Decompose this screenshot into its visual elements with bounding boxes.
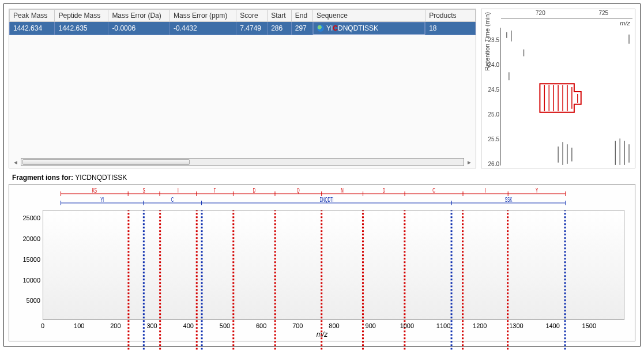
cell-score: 7.4749 bbox=[236, 22, 268, 35]
svg-text:C: C bbox=[171, 196, 174, 203]
fragment-plotarea[interactable] bbox=[43, 210, 624, 320]
svg-text:T: T bbox=[214, 187, 216, 194]
cell-peptide-mass: 1442.635 bbox=[55, 22, 108, 35]
cell-end: 297 bbox=[291, 22, 312, 35]
cell-sequence: YICDNQDTISSK bbox=[313, 22, 425, 35]
fragment-xtick: 700 bbox=[292, 322, 303, 329]
fragment-xtick: 100 bbox=[74, 322, 84, 329]
svg-text:KS: KS bbox=[92, 187, 97, 194]
cell-mass-error-da: -0.0006 bbox=[108, 22, 170, 35]
scrollbar-thumb[interactable] bbox=[22, 159, 190, 165]
heatmap-ytick: 26.0 bbox=[488, 160, 499, 167]
svg-text:Q: Q bbox=[297, 187, 300, 194]
svg-text:YI: YI bbox=[100, 196, 104, 203]
table-header-row: Peak Mass Peptide Mass Mass Error (Da) M… bbox=[10, 10, 476, 22]
sequence-rest: DNQDTISSK bbox=[338, 24, 378, 32]
svg-text:N: N bbox=[341, 187, 344, 194]
fragment-xtick: 1400 bbox=[545, 322, 559, 329]
col-start[interactable]: Start bbox=[268, 10, 292, 22]
heatmap-ytick: 25.5 bbox=[488, 136, 499, 142]
fragment-xtick: 1100 bbox=[436, 322, 450, 329]
fragment-xtick: 200 bbox=[110, 322, 120, 329]
fragment-title: Fragment ions for: YICDNQDTISSK bbox=[12, 174, 127, 182]
fragment-xtick: 1200 bbox=[473, 322, 487, 329]
cell-start: 286 bbox=[268, 22, 292, 35]
cell-products: 18 bbox=[425, 22, 476, 35]
col-end[interactable]: End bbox=[291, 10, 312, 22]
fragment-xtick: 400 bbox=[183, 322, 194, 329]
sequence-mod-residue: C bbox=[333, 24, 338, 32]
fragment-ytick: 20000 bbox=[18, 235, 40, 242]
scrollbar-track[interactable] bbox=[21, 158, 464, 166]
heatmap-xlabel: m/z bbox=[620, 20, 630, 27]
table-row[interactable]: 1442.634 1442.635 -0.0006 -0.4432 7.4749… bbox=[10, 22, 476, 35]
svg-text:D: D bbox=[253, 187, 255, 194]
heatmap-xtick: 720 bbox=[536, 10, 545, 16]
fragment-title-sequence: YICDNQDTISSK bbox=[75, 174, 127, 182]
svg-text:D: D bbox=[383, 187, 386, 194]
fragment-xtick: 1300 bbox=[509, 322, 523, 329]
fragment-xtick: 500 bbox=[220, 322, 230, 329]
heatmap-svg bbox=[501, 28, 632, 165]
col-sequence[interactable]: Sequence bbox=[313, 10, 425, 22]
heatmap-xaxis: 720 725 bbox=[501, 9, 632, 18]
fragment-ytick: 5000 bbox=[18, 297, 40, 304]
fragment-xtick: 1000 bbox=[400, 322, 414, 329]
svg-text:I: I bbox=[178, 187, 179, 194]
fragment-title-prefix: Fragment ions for: bbox=[12, 174, 75, 182]
heatmap-xtick: 725 bbox=[598, 10, 608, 16]
fragment-xtick: 1500 bbox=[582, 322, 596, 329]
col-mass-error-ppm[interactable]: Mass Error (ppm) bbox=[170, 10, 236, 22]
results-table: Peak Mass Peptide Mass Mass Error (Da) M… bbox=[9, 9, 476, 35]
scroll-left-arrow[interactable]: ◄ bbox=[13, 159, 18, 165]
col-products[interactable]: Products bbox=[425, 10, 476, 22]
cell-mass-error-ppm: -0.4432 bbox=[170, 22, 236, 35]
svg-text:S: S bbox=[143, 187, 146, 194]
fragment-ytick: 10000 bbox=[18, 277, 40, 284]
col-peptide-mass[interactable]: Peptide Mass bbox=[55, 10, 108, 22]
fragment-spectrum-panel: Intensity (counts) m/z KSSITDQNDCIYYICDN… bbox=[9, 184, 635, 341]
fragment-xtick: 900 bbox=[366, 322, 376, 329]
scroll-right-arrow[interactable]: ► bbox=[466, 159, 472, 165]
upper-row: Peak Mass Peptide Mass Mass Error (Da) M… bbox=[9, 9, 635, 168]
fragment-xtick: 300 bbox=[146, 322, 157, 329]
heatmap-ytick: 24.0 bbox=[488, 61, 499, 67]
heatmap-yaxis: Retention Time (min) 23.5 24.0 24.5 25.0… bbox=[489, 28, 501, 165]
heatmap-ytick: 25.0 bbox=[488, 111, 499, 117]
svg-text:SSK: SSK bbox=[505, 196, 513, 203]
results-table-body: Peak Mass Peptide Mass Mass Error (Da) M… bbox=[9, 9, 476, 156]
cell-peak-mass: 1442.634 bbox=[10, 22, 55, 35]
col-score[interactable]: Score bbox=[236, 10, 268, 22]
fragment-ytick: 15000 bbox=[18, 256, 40, 263]
heatmap-ytick: 23.5 bbox=[488, 36, 499, 43]
fragment-ytick: 25000 bbox=[18, 214, 40, 221]
horizontal-scrollbar[interactable]: ◄ ► bbox=[9, 156, 476, 168]
fragment-annotation-ladder: KSSITDQNDCIYYICDNQDTISSK bbox=[43, 188, 624, 208]
fragment-xtick: 0 bbox=[41, 322, 44, 329]
fragment-xtick: 800 bbox=[329, 322, 339, 329]
col-peak-mass[interactable]: Peak Mass bbox=[10, 10, 55, 22]
heatmap-plot[interactable] bbox=[501, 28, 632, 165]
sequence-leading: YI bbox=[326, 24, 333, 32]
heatmap-ytick: 24.5 bbox=[488, 86, 499, 92]
fragment-xtick: 600 bbox=[256, 322, 266, 329]
svg-text:Y: Y bbox=[536, 187, 538, 194]
globe-icon bbox=[317, 25, 324, 32]
svg-text:I: I bbox=[485, 187, 486, 194]
annotation-svg: KSSITDQNDCIYYICDNQDTISSK bbox=[43, 188, 624, 208]
svg-text:C: C bbox=[432, 187, 435, 194]
app-frame: Peak Mass Peptide Mass Mass Error (Da) M… bbox=[3, 3, 641, 347]
heatmap-panel[interactable]: 720 725 m/z Retention Time (min) 23.5 24… bbox=[481, 9, 635, 168]
selected-feature-outline bbox=[540, 84, 581, 112]
results-table-panel: Peak Mass Peptide Mass Mass Error (Da) M… bbox=[9, 9, 476, 168]
svg-text:DNQDTI: DNQDTI bbox=[319, 196, 333, 203]
col-mass-error-da[interactable]: Mass Error (Da) bbox=[108, 10, 170, 22]
